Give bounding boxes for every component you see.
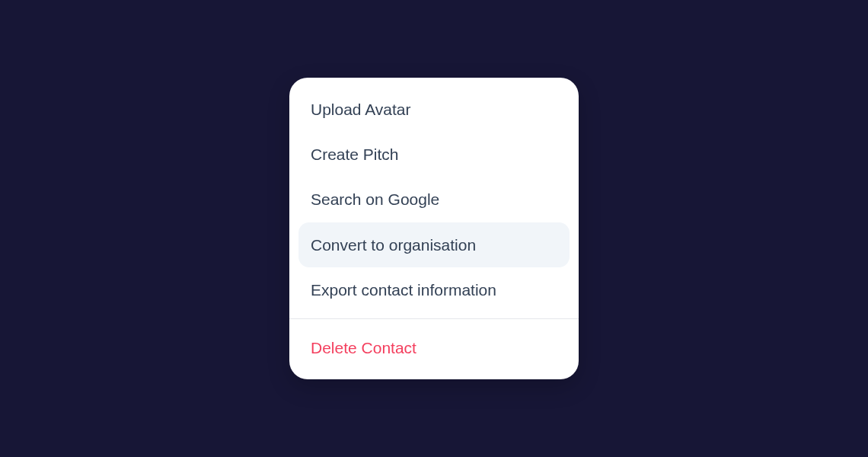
menu-item-upload-avatar[interactable]: Upload Avatar (298, 87, 570, 132)
context-menu: Upload Avatar Create Pitch Search on Goo… (289, 78, 579, 380)
menu-divider (289, 318, 579, 319)
menu-item-convert-organisation[interactable]: Convert to organisation (298, 222, 570, 267)
menu-section-danger: Delete Contact (289, 325, 579, 370)
menu-section-primary: Upload Avatar Create Pitch Search on Goo… (289, 87, 579, 312)
menu-item-export-contact[interactable]: Export contact information (298, 267, 570, 312)
menu-item-create-pitch[interactable]: Create Pitch (298, 132, 570, 177)
menu-item-search-google[interactable]: Search on Google (298, 177, 570, 222)
menu-item-delete-contact[interactable]: Delete Contact (298, 325, 570, 370)
